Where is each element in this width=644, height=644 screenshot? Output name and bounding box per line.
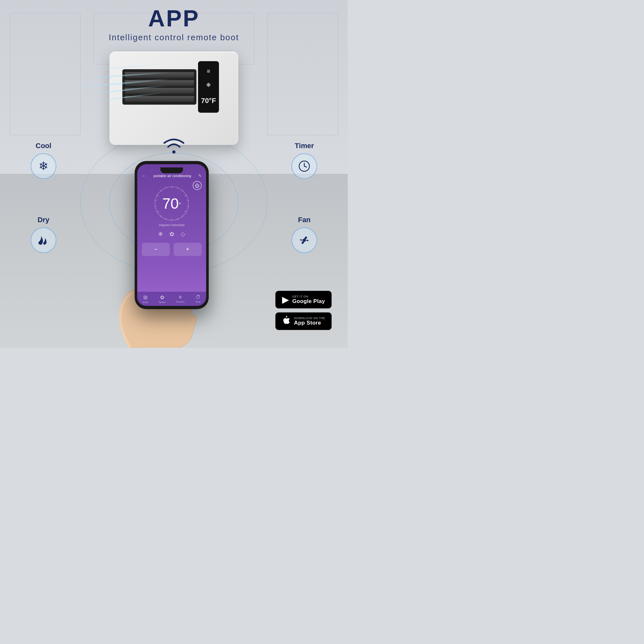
- google-play-big-text: Google Play: [292, 298, 325, 305]
- fan-mode-icon[interactable]: ✿: [169, 231, 174, 238]
- feature-fan: Fan: [291, 216, 317, 253]
- fan-icon-circle: [291, 227, 317, 253]
- cool-icon-circle: ❄: [31, 153, 56, 179]
- ac-menu-icon: ≡: [207, 68, 210, 75]
- edit-icon: ✎: [198, 174, 202, 178]
- temperature-number: 70: [162, 195, 179, 212]
- app-store-big-text: App Store: [294, 320, 325, 326]
- phone-navigation: ⊞ Mode ✿ Speed ≡ Function ⏱ Timer: [137, 292, 206, 306]
- app-store-badge[interactable]: Download on the App Store: [275, 312, 332, 330]
- dry-icon-circle: [31, 227, 56, 253]
- temp-unit-label: Degrees Fahrenheit: [137, 223, 206, 227]
- phone-notch: [160, 167, 183, 173]
- back-arrow-icon: ←: [142, 173, 146, 178]
- header: APP Intelligent control remote boot: [0, 6, 348, 43]
- nav-speed[interactable]: ✿ Speed: [159, 294, 165, 303]
- mode-nav-icon: ⊞: [143, 294, 147, 300]
- wifi-icon: [161, 135, 187, 155]
- fan-icon: [298, 233, 311, 247]
- temp-value: 70°: [162, 195, 181, 212]
- nav-function[interactable]: ≡ Function: [176, 294, 185, 303]
- function-nav-icon: ≡: [179, 294, 182, 300]
- store-badges: ▶ GET IT ON Google Play Download on the …: [275, 291, 332, 330]
- ac-snow-icon: ❄: [206, 81, 211, 89]
- air-stream-svg: [74, 61, 177, 103]
- water-mode-icon[interactable]: ◇: [181, 231, 185, 238]
- decrease-temp-button[interactable]: −: [142, 243, 170, 256]
- timer-nav-label: Timer: [195, 301, 201, 303]
- water-drops-icon: [37, 233, 50, 247]
- feature-cool: Cool ❄: [31, 142, 56, 179]
- phone-screen: ← portable air conditioning ✎ ⏻: [137, 164, 206, 306]
- nav-timer[interactable]: ⏱ Timer: [195, 294, 201, 303]
- google-play-badge[interactable]: ▶ GET IT ON Google Play: [275, 291, 332, 308]
- mode-nav-label: Mode: [143, 301, 148, 303]
- power-button[interactable]: ⏻: [193, 181, 202, 190]
- google-play-icon: ▶: [282, 294, 289, 305]
- phone-app-title: portable air conditioning: [154, 174, 191, 178]
- snowflake-mode-icon[interactable]: ❄: [158, 231, 163, 238]
- clock-icon: [298, 160, 310, 172]
- ac-control-panel: ≡ ❄ 70°F: [198, 61, 219, 113]
- apple-logo-icon: [282, 316, 291, 325]
- page-title: APP: [0, 6, 348, 31]
- temp-circle: 70°: [152, 184, 191, 223]
- snowflake-icon: ❄: [39, 159, 48, 173]
- ac-unit: ≡ ❄ 70°F: [100, 42, 248, 145]
- feature-timer: Timer: [291, 142, 317, 179]
- page-subtitle: Intelligent control remote boot: [0, 33, 348, 43]
- ac-temp-display: 70°F: [198, 95, 219, 106]
- temp-superscript: °: [179, 202, 181, 208]
- svg-line-6: [304, 166, 307, 167]
- speed-nav-label: Speed: [159, 301, 165, 303]
- google-play-small-text: GET IT ON: [292, 295, 325, 298]
- mode-icons-row: ❄ ✿ ◇: [137, 228, 206, 240]
- dry-label: Dry: [38, 216, 50, 224]
- nav-mode[interactable]: ⊞ Mode: [143, 294, 148, 303]
- wifi-area: [161, 135, 187, 156]
- timer-label: Timer: [295, 142, 314, 150]
- phone-hand-container: ← portable air conditioning ✎ ⏻: [117, 161, 226, 341]
- feature-dry: Dry: [31, 216, 56, 253]
- speed-nav-icon: ✿: [160, 294, 164, 300]
- svg-point-7: [303, 239, 306, 242]
- timer-icon-circle: [291, 153, 317, 179]
- app-store-small-text: Download on the: [294, 317, 325, 320]
- cool-label: Cool: [36, 142, 52, 150]
- app-store-text: Download on the App Store: [294, 317, 325, 326]
- svg-point-3: [172, 150, 175, 154]
- function-nav-label: Function: [176, 301, 185, 303]
- google-play-text: GET IT ON Google Play: [292, 295, 325, 305]
- smartphone: ← portable air conditioning ✎ ⏻: [135, 161, 209, 309]
- temperature-controls: − +: [142, 243, 202, 256]
- timer-nav-icon: ⏱: [195, 294, 201, 300]
- page-container: APP Intelligent control remote boot ≡ ❄ …: [0, 0, 348, 348]
- fan-label: Fan: [298, 216, 310, 224]
- apple-icon: [282, 316, 291, 327]
- increase-temp-button[interactable]: +: [174, 243, 202, 256]
